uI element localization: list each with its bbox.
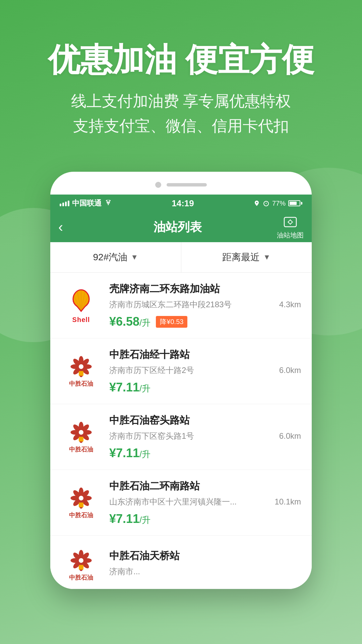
- sub-title: 线上支付加油费 享专属优惠特权 支持支付宝、微信、信用卡代扣: [20, 89, 342, 138]
- alarm-icon: [263, 200, 269, 207]
- phone-mockup-wrapper: 中国联通 14:19 77%: [0, 172, 362, 589]
- filter-distance[interactable]: 距离最近 ▼: [181, 242, 312, 272]
- station-name-2: 中胜石油经十路站: [109, 348, 301, 362]
- shell-svg-icon: [68, 287, 95, 314]
- svg-rect-3: [284, 217, 296, 227]
- station-list: Shell 壳牌济南二环东路加油站 济南市历城区东二环路中段2183号 4.3k…: [50, 273, 312, 589]
- phone-mockup: 中国联通 14:19 77%: [50, 172, 312, 589]
- svg-rect-24: [79, 371, 83, 376]
- svg-rect-54: [79, 565, 83, 570]
- station-address-4: 山东济南市中区十六里河镇兴隆一...: [109, 496, 237, 507]
- status-time: 14:19: [172, 198, 194, 209]
- status-bar: 中国联通 14:19 77%: [50, 195, 312, 212]
- svg-point-45: [79, 496, 83, 500]
- zhongsheng-brand-text-5: 中胜石油: [69, 574, 93, 582]
- station-info-2: 中胜石油经十路站 济南市历下区经十路2号 6.0km ¥7.11/升: [109, 348, 301, 394]
- station-logo-zhongsheng-3: 中胜石油: [61, 417, 101, 457]
- station-info-1: 壳牌济南二环东路加油站 济南市历城区东二环路中段2183号 4.3km ¥6.5…: [109, 282, 301, 329]
- price-value-2: ¥7.11/升: [109, 380, 150, 394]
- station-address-row-5: 济南市...: [109, 566, 301, 577]
- location-icon: [253, 200, 260, 207]
- svg-point-25: [79, 364, 83, 369]
- zhongsheng-brand-text-4: 中胜石油: [69, 511, 93, 519]
- station-info-4: 中胜石油二环南路站 山东济南市中区十六里河镇兴隆一... 10.1km ¥7.1…: [109, 479, 301, 526]
- phone-speaker: [167, 183, 207, 186]
- station-info-5: 中胜石油天桥站 济南市...: [109, 549, 301, 582]
- app-navbar: ‹ 油站列表 油站地图: [50, 212, 312, 242]
- filter-fuel-label: 92#汽油: [93, 251, 128, 264]
- station-address-row-4: 山东济南市中区十六里河镇兴隆一... 10.1km: [109, 496, 301, 507]
- carrier-label: 中国联通: [72, 198, 102, 208]
- station-name-5: 中胜石油天桥站: [109, 549, 301, 563]
- station-item[interactable]: Shell 壳牌济南二环东路加油站 济南市历城区东二环路中段2183号 4.3k…: [50, 273, 312, 338]
- filter-bar: 92#汽油 ▼ 距离最近 ▼: [50, 242, 312, 273]
- station-name-1: 壳牌济南二环东路加油站: [109, 282, 301, 296]
- station-distance-1: 4.3km: [279, 300, 301, 309]
- price-value-1: ¥6.58/升: [109, 315, 150, 329]
- filter-fuel-type[interactable]: 92#汽油 ▼: [50, 242, 181, 272]
- station-info-3: 中胜石油窑头路站 济南市历下区窑头路1号 6.0km ¥7.11/升: [109, 414, 301, 460]
- station-distance-3: 6.0km: [279, 431, 301, 441]
- price-value-4: ¥7.11/升: [109, 512, 150, 526]
- phone-notch: [50, 182, 312, 195]
- phone-camera: [155, 182, 161, 188]
- shell-brand-text: Shell: [72, 316, 90, 324]
- station-logo-zhongsheng-5: 中胜石油: [61, 545, 101, 585]
- battery-percent: 77%: [272, 200, 286, 207]
- station-name-3: 中胜石油窑头路站: [109, 414, 301, 427]
- status-right: 77%: [253, 200, 302, 207]
- zhongsheng-svg-icon-5: [69, 549, 93, 572]
- station-distance-4: 10.1km: [275, 497, 301, 506]
- zhongsheng-brand-text-3: 中胜石油: [69, 445, 93, 453]
- svg-point-2: [266, 203, 266, 204]
- sub-line2: 支持支付宝、微信、信用卡代扣: [20, 114, 342, 139]
- status-left: 中国联通: [60, 198, 112, 208]
- map-icon: [283, 215, 298, 229]
- svg-point-35: [79, 430, 83, 435]
- station-item[interactable]: 中胜石油 中胜石油二环南路站 山东济南市中区十六里河镇兴隆一... 10.1km…: [50, 470, 312, 536]
- station-name-4: 中胜石油二环南路站: [109, 479, 301, 493]
- station-item[interactable]: 中胜石油 中胜石油窑头路站 济南市历下区窑头路1号 6.0km ¥7.11/升: [50, 404, 312, 470]
- header-section: 优惠加油 便宜方便 线上支付加油费 享专属优惠特权 支持支付宝、微信、信用卡代扣: [0, 0, 362, 152]
- station-address-row-1: 济南市历城区东二环路中段2183号 4.3km: [109, 299, 301, 310]
- price-row-1: ¥6.58/升 降¥0.53: [109, 315, 301, 329]
- station-distance-2: 6.0km: [279, 366, 301, 375]
- svg-rect-34: [79, 437, 83, 441]
- filter-fuel-arrow: ▼: [131, 253, 138, 262]
- zhongsheng-svg-icon-3: [69, 421, 93, 444]
- svg-point-55: [79, 558, 83, 563]
- station-address-3: 济南市历下区窑头路1号: [109, 431, 194, 441]
- zhongsheng-brand-text-2: 中胜石油: [69, 380, 93, 388]
- navbar-title: 油站列表: [78, 219, 277, 235]
- filter-distance-arrow: ▼: [263, 253, 270, 262]
- svg-point-4: [289, 220, 292, 224]
- main-title: 优惠加油 便宜方便: [20, 40, 342, 79]
- map-button[interactable]: 油站地图: [277, 215, 304, 240]
- discount-badge-1: 降¥0.53: [156, 316, 187, 328]
- signal-icon: [60, 200, 69, 206]
- filter-distance-label: 距离最近: [222, 251, 260, 264]
- station-item[interactable]: 中胜石油 中胜石油经十路站 济南市历下区经十路2号 6.0km ¥7.11/升: [50, 338, 312, 404]
- station-logo-shell: Shell: [61, 285, 101, 326]
- station-logo-zhongsheng-4: 中胜石油: [61, 483, 101, 523]
- zhongsheng-svg-icon: [69, 355, 93, 378]
- station-address-1: 济南市历城区东二环路中段2183号: [109, 299, 232, 310]
- back-button[interactable]: ‹: [58, 219, 78, 235]
- sub-line1: 线上支付加油费 享专属优惠特权: [20, 89, 342, 114]
- station-logo-zhongsheng-2: 中胜石油: [61, 351, 101, 391]
- station-item[interactable]: 中胜石油 中胜石油天桥站 济南市...: [50, 536, 312, 589]
- zhongsheng-svg-icon-4: [69, 486, 93, 510]
- svg-rect-44: [79, 502, 83, 507]
- wifi-icon: [104, 200, 112, 207]
- station-address-row-2: 济南市历下区经十路2号 6.0km: [109, 365, 301, 376]
- price-value-3: ¥7.11/升: [109, 446, 150, 460]
- station-address-5: 济南市...: [109, 566, 140, 577]
- price-row-2: ¥7.11/升: [109, 380, 301, 394]
- station-address-row-3: 济南市历下区窑头路1号 6.0km: [109, 431, 301, 441]
- map-btn-label: 油站地图: [277, 231, 304, 240]
- battery-icon: [288, 200, 302, 206]
- station-address-2: 济南市历下区经十路2号: [109, 365, 194, 376]
- price-row-4: ¥7.11/升: [109, 512, 301, 526]
- price-row-3: ¥7.11/升: [109, 446, 301, 460]
